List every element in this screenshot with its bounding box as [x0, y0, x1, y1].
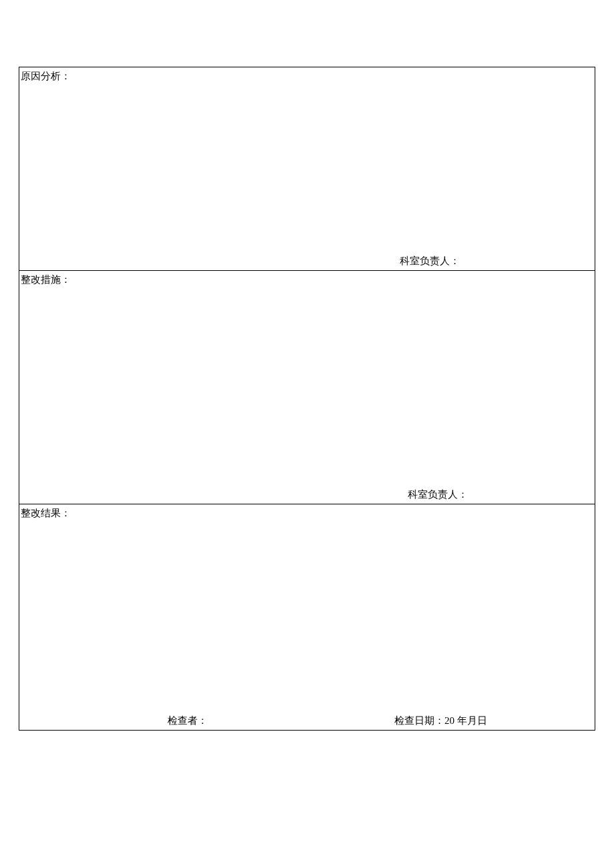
form-container: 原因分析： 科室负责人： 整改措施： 科室负责人： 整改结果： 检查者： 检查日…: [19, 67, 595, 731]
signer-department-head-2: 科室负责人：: [408, 488, 468, 501]
section-corrective-measures: 整改措施： 科室负责人：: [19, 271, 595, 504]
signer-department-head-1: 科室负责人：: [400, 255, 460, 268]
label-corrective-measures: 整改措施：: [21, 274, 71, 286]
label-inspection-date: 检查日期：20 年月日: [394, 715, 487, 727]
label-cause-analysis: 原因分析：: [21, 70, 71, 83]
label-corrective-result: 整改结果：: [21, 507, 71, 520]
section-corrective-result: 整改结果： 检查者： 检查日期：20 年月日: [19, 504, 595, 730]
label-inspector: 检查者：: [168, 715, 208, 727]
section-cause-analysis: 原因分析： 科室负责人：: [19, 67, 595, 271]
